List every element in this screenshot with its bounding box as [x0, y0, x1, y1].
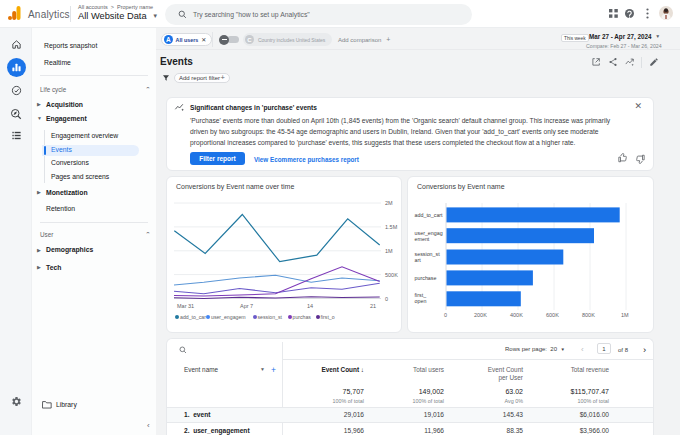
svg-text:1.5M: 1.5M	[385, 224, 398, 230]
svg-text:add_to_cart: add_to_cart	[415, 212, 444, 218]
svg-text:ement: ement	[415, 236, 430, 242]
svg-text:200K: 200K	[474, 312, 487, 318]
svg-text:400K: 400K	[510, 312, 523, 318]
svg-text:1M: 1M	[385, 248, 393, 254]
svg-text:2M: 2M	[385, 200, 393, 206]
svg-text:art: art	[415, 257, 422, 263]
svg-text:Mar 31: Mar 31	[177, 303, 194, 309]
svg-text:600K: 600K	[546, 312, 559, 318]
svg-text:0: 0	[385, 296, 388, 302]
svg-text:14: 14	[307, 303, 313, 309]
svg-text:0: 0	[444, 312, 447, 318]
svg-text:1M: 1M	[621, 312, 629, 318]
svg-text:purchase: purchase	[415, 275, 437, 281]
svg-text:21: 21	[370, 303, 376, 309]
svg-text:800K: 800K	[582, 312, 595, 318]
svg-text:open: open	[415, 298, 427, 304]
svg-text:Apr 7: Apr 7	[240, 303, 253, 309]
svg-text:500K: 500K	[385, 272, 398, 278]
